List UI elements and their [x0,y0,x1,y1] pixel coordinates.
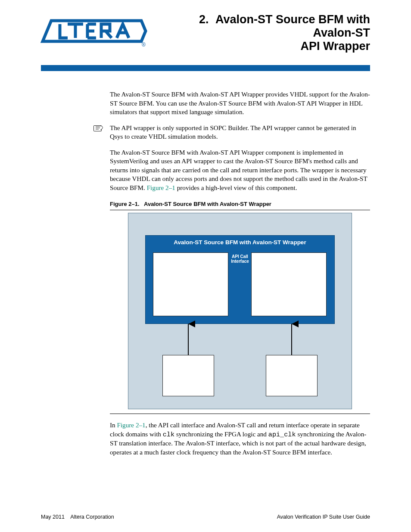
note-hand-icon [93,124,104,134]
header-rule [41,65,370,71]
altera-logo: ® [41,18,146,48]
svg-rect-0 [94,125,102,131]
chapter-title-l2: API Wrapper [300,40,370,53]
figure-2-1-diagram: Avalon-ST Source BFM with Avalon-ST Wrap… [128,213,352,409]
figure-caption: Figure 2–1. Avalon-ST Source BFM with Av… [110,201,370,210]
footer-left: May 2011 Altera Corporation [41,514,114,520]
note-text: The API wrapper is only supported in SOP… [110,124,370,141]
body-paragraph-2: The Avalon-ST Source BFM with Avalon-ST … [110,148,370,193]
body-p3d: synchronizing the FPGA logic and [174,430,268,438]
footer-right: Avalon Verification IP Suite User Guide [277,514,370,520]
body-paragraph-3: In Figure 2–1, the API call interface an… [110,421,370,457]
code-clk: clk [163,431,174,439]
figure-caption-label: Figure 2–1. [110,201,140,207]
footer-corp: Altera Corporation [70,514,114,520]
code-api-clk: api_clk [268,431,296,439]
body-p2b: provides a high-level view of this compo… [175,184,297,191]
xref-figure-2-1-b[interactable]: Figure 2–1 [117,421,145,429]
registered-mark: ® [142,42,146,48]
body-p3a: In [110,421,117,429]
chapter-title-l1: Avalon-ST Source BFM with Avalon-ST [215,13,370,39]
footer-date: May 2011 [41,514,65,520]
chapter-title: 2. Avalon-ST Source BFM with Avalon-ST A… [155,13,370,53]
body-paragraph-1: The Avalon-ST Source BFM with Avalon-ST … [110,90,370,117]
figure-caption-text: Avalon-ST Source BFM with Avalon-ST Wrap… [144,201,271,207]
chapter-number: 2. [199,13,209,26]
diagram-arrows [128,213,352,409]
xref-figure-2-1[interactable]: Figure 2–1 [147,184,175,191]
